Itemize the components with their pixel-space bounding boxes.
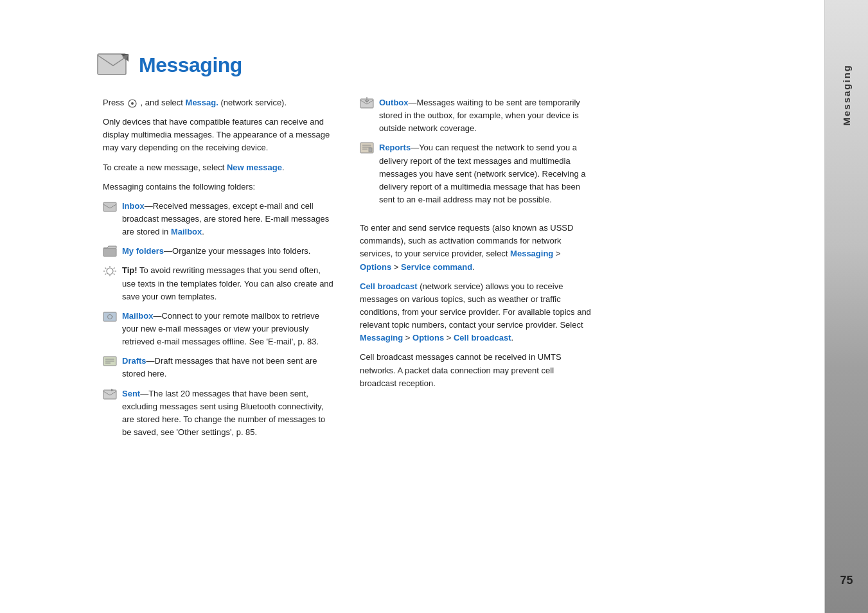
svg-rect-14: [103, 312, 116, 321]
tip-text: Tip! To avoid rewriting messages that yo…: [122, 264, 334, 303]
new-message-paragraph: To create a new message, select New mess…: [103, 161, 334, 174]
svg-rect-3: [103, 202, 116, 211]
svg-line-13: [105, 274, 107, 275]
svg-line-11: [114, 274, 115, 275]
reports-text: Reports—You can request the network to s…: [379, 141, 591, 206]
cell-broadcast-paragraph: Cell broadcast (network service) allows …: [360, 280, 591, 345]
sent-item: Sent—The last 20 messages that have been…: [103, 387, 334, 440]
tip-item: Tip! To avoid rewriting messages that yo…: [103, 264, 334, 303]
new-message-link: New message: [227, 163, 282, 172]
svg-line-12: [114, 268, 115, 269]
compat-paragraph: Only devices that have compatible featur…: [103, 116, 334, 154]
sent-label: Sent: [122, 389, 140, 398]
main-content: Messaging Press , and select Messag. (ne…: [0, 0, 824, 613]
drafts-item: Drafts—Draft messages that have not been…: [103, 355, 334, 380]
my-folders-item: My folders—Organize your messages into f…: [103, 245, 334, 258]
sidebar-label: Messaging: [841, 64, 852, 126]
page-header: Messaging: [96, 51, 792, 78]
inbox-item: Inbox—Received messages, except e-mail a…: [103, 200, 334, 238]
inbox-icon: [103, 200, 117, 212]
outbox-text: Outbox—Messages waiting to be sent are t…: [379, 96, 591, 135]
folders-intro: Messaging contains the following folders…: [103, 181, 334, 193]
messaging-link1: Messaging: [510, 249, 553, 258]
options-link2: Options: [412, 333, 444, 342]
my-folders-text: My folders—Organize your messages into f…: [122, 245, 334, 258]
messaging-icon: [96, 51, 130, 78]
outbox-label: Outbox: [379, 98, 409, 107]
mailbox-text: Mailbox—Connect to your remote mailbox t…: [122, 310, 334, 348]
reports-icon: [360, 142, 374, 154]
sent-text: Sent—The last 20 messages that have been…: [122, 387, 334, 440]
options-link1: Options: [360, 262, 391, 272]
reports-item: Reports—You can request the network to s…: [360, 141, 591, 206]
svg-point-5: [107, 268, 113, 274]
menu-icon: [128, 99, 137, 108]
svg-rect-4: [103, 248, 116, 256]
inbox-text: Inbox—Received messages, except e-mail a…: [122, 200, 334, 238]
mailbox-item: Mailbox—Connect to your remote mailbox t…: [103, 310, 334, 348]
tip-label: Tip!: [122, 265, 137, 275]
service-command-link: Service command: [401, 262, 472, 272]
service-request-paragraph: To enter and send service requests (also…: [360, 222, 591, 274]
svg-point-2: [131, 102, 134, 105]
cell-broadcast-note: Cell broadcast messages cannot be receiv…: [360, 351, 591, 389]
cell-broadcast-link2: Cell broadcast: [454, 333, 511, 342]
page-container: Messaging Press , and select Messag. (ne…: [0, 0, 868, 613]
page-number: 75: [840, 574, 853, 587]
my-folders-label: My folders: [122, 246, 164, 256]
svg-line-10: [105, 268, 107, 269]
spacer1: [360, 213, 591, 222]
messag-link: Messag.: [186, 98, 218, 107]
drafts-text: Drafts—Draft messages that have not been…: [122, 355, 334, 380]
mailbox-folder-icon: [103, 310, 117, 322]
inbox-label: Inbox: [122, 201, 145, 211]
my-folders-icon: [103, 245, 117, 257]
sent-icon: [103, 388, 117, 400]
cell-broadcast-link: Cell broadcast: [360, 281, 418, 291]
drafts-icon: [103, 355, 117, 367]
reports-label: Reports: [379, 143, 411, 152]
mailbox-folder-label: Mailbox: [122, 311, 153, 321]
right-column: Outbox—Messages waiting to be sent are t…: [360, 96, 591, 445]
messaging-link2: Messaging: [360, 333, 403, 342]
outbox-icon: [360, 97, 374, 109]
intro-paragraph: Press , and select Messag. (network serv…: [103, 96, 334, 109]
page-title: Messaging: [139, 53, 242, 77]
outbox-item: Outbox—Messages waiting to be sent are t…: [360, 96, 591, 135]
right-sidebar: Messaging 75: [824, 0, 868, 613]
tip-icon: [103, 265, 117, 277]
drafts-label: Drafts: [122, 356, 146, 366]
left-column: Press , and select Messag. (network serv…: [103, 96, 334, 445]
two-columns: Press , and select Messag. (network serv…: [103, 96, 792, 445]
svg-rect-21: [103, 390, 116, 399]
mailbox-link: Mailbox: [171, 227, 202, 236]
svg-rect-27: [369, 148, 372, 152]
